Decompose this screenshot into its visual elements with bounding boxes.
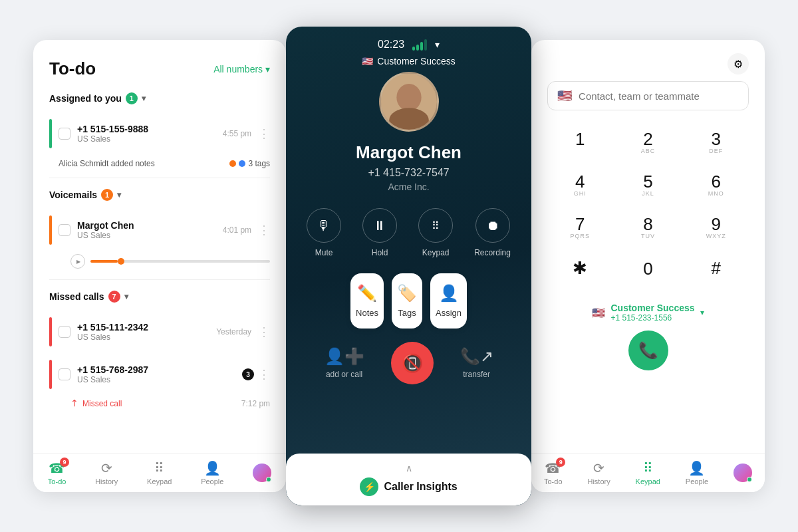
missed-time-1: Yesterday bbox=[216, 327, 251, 336]
key-9[interactable]: 9 WXYZ bbox=[684, 209, 749, 249]
missed-call-item-1[interactable]: +1 515-111-2342 US Sales Yesterday ⋮ bbox=[49, 311, 270, 353]
active-number-chevron-icon[interactable]: ▾ bbox=[700, 308, 704, 317]
key-5[interactable]: 5 JKL bbox=[615, 166, 680, 206]
tags-button[interactable]: 🏷️ Tags bbox=[392, 273, 422, 329]
key-hash[interactable]: # bbox=[684, 251, 749, 295]
voicemail-name: Margot Chen bbox=[77, 220, 216, 231]
call-time: 4:55 pm bbox=[223, 129, 251, 138]
call-checkbox[interactable] bbox=[59, 128, 70, 140]
note-row: Alicia Schmidt added notes 3 tags bbox=[49, 155, 270, 175]
right-nav-keypad[interactable]: ⠿ Keypad bbox=[636, 460, 660, 485]
add-call-icon: 👤➕ bbox=[325, 347, 364, 366]
key-6[interactable]: 6 MNO bbox=[684, 166, 749, 206]
voicemail-checkbox[interactable] bbox=[59, 224, 70, 236]
mute-button[interactable]: 🎙 Mute bbox=[307, 208, 341, 257]
voicemail-player bbox=[49, 251, 270, 277]
key-7[interactable]: 7 PQRS bbox=[547, 209, 612, 249]
action-row: ✏️ Notes 🏷️ Tags 👤 Assign bbox=[340, 273, 477, 329]
right-bottom-nav: ☎ 9 To-do ⟳ History ⠿ Keypad 👤 People bbox=[531, 453, 765, 492]
progress-bar[interactable] bbox=[90, 260, 270, 263]
chevron-down-icon: ▾ bbox=[265, 64, 270, 74]
caller-insights-panel[interactable]: ∧ ⚡ Caller Insights bbox=[286, 454, 531, 505]
active-number-flag: 🇺🇸 bbox=[592, 307, 605, 319]
key-2[interactable]: 2 ABC bbox=[615, 124, 680, 164]
hold-label: Hold bbox=[372, 248, 388, 257]
recording-button[interactable]: ⏺ Recording bbox=[474, 208, 511, 257]
nav-people[interactable]: 👤 People bbox=[201, 460, 223, 485]
assigned-call-item[interactable]: +1 515-155-9888 US Sales 4:55 pm ⋮ bbox=[49, 112, 270, 155]
insights-icon: ⚡ bbox=[360, 477, 378, 496]
key-1[interactable]: 1 bbox=[547, 124, 612, 164]
call-number: +1 515-155-9888 bbox=[77, 124, 216, 134]
keypad-panel: ⚙ 🇺🇸 1 2 ABC 3 DEF 4 GHI bbox=[531, 40, 765, 492]
right-nav-avatar[interactable] bbox=[733, 464, 752, 482]
voicemail-team: US Sales bbox=[77, 231, 216, 240]
history-nav-label: History bbox=[95, 477, 118, 485]
right-avatar-dot bbox=[747, 477, 752, 482]
play-button[interactable] bbox=[70, 254, 85, 269]
end-call-button[interactable]: 📵 bbox=[391, 342, 434, 384]
missed-options-2-icon[interactable]: ⋮ bbox=[258, 367, 270, 382]
insights-chevron-icon: ∧ bbox=[406, 463, 412, 473]
call-options-icon[interactable]: ⋮ bbox=[258, 126, 270, 141]
all-numbers-filter[interactable]: All numbers ▾ bbox=[213, 64, 270, 74]
nav-keypad[interactable]: ⠿ Keypad bbox=[147, 460, 172, 485]
missed-section-label: Missed calls 7 ▾ bbox=[49, 291, 270, 303]
assigned-chevron-icon[interactable]: ▾ bbox=[142, 94, 146, 103]
assign-button[interactable]: 👤 Assign bbox=[430, 273, 467, 329]
assigned-badge: 1 bbox=[126, 92, 138, 104]
right-nav-history[interactable]: ⟳ History bbox=[587, 460, 610, 485]
missed-team-1: US Sales bbox=[77, 332, 209, 342]
search-flag-icon: 🇺🇸 bbox=[557, 88, 572, 103]
call-chevron-down-icon[interactable]: ▾ bbox=[435, 39, 440, 50]
missed-call-border-2 bbox=[49, 360, 52, 389]
active-number-row: 🇺🇸 Customer Success +1 515-233-1556 ▾ bbox=[547, 303, 749, 323]
nav-history[interactable]: ⟳ History bbox=[95, 460, 118, 485]
call-button[interactable]: 📞 bbox=[628, 331, 668, 370]
active-number-name: Customer Success bbox=[610, 303, 694, 313]
voicemails-chevron-icon[interactable]: ▾ bbox=[117, 190, 121, 200]
missed-call-item-2[interactable]: +1 515-768-2987 US Sales 3 ⋮ bbox=[49, 353, 270, 396]
add-call-button[interactable]: 👤➕ add or call bbox=[325, 347, 364, 379]
right-nav-todo[interactable]: ☎ 9 To-do bbox=[544, 460, 563, 485]
search-row: 🇺🇸 bbox=[547, 81, 749, 110]
hold-icon: ⏸ bbox=[362, 208, 397, 243]
right-history-icon: ⟳ bbox=[593, 460, 604, 476]
voicemail-item[interactable]: Margot Chen US Sales 4:01 pm ⋮ bbox=[49, 209, 270, 251]
key-0[interactable]: 0 bbox=[615, 251, 680, 295]
people-nav-label: People bbox=[201, 477, 223, 485]
missed-checkbox-1[interactable] bbox=[59, 326, 70, 338]
missed-call-time: 7:12 pm bbox=[241, 399, 270, 408]
hold-button[interactable]: ⏸ Hold bbox=[362, 208, 397, 257]
signal-bars-icon bbox=[412, 39, 427, 51]
progress-fill bbox=[90, 260, 118, 263]
key-3[interactable]: 3 DEF bbox=[684, 124, 749, 164]
key-4[interactable]: 4 GHI bbox=[547, 166, 612, 206]
call-controls: 🎙 Mute ⏸ Hold ⠿ Keypad ⏺ Recording bbox=[307, 208, 511, 257]
call-button-icon: 📞 bbox=[638, 341, 658, 360]
settings-icon[interactable]: ⚙ bbox=[728, 53, 749, 74]
notes-button[interactable]: ✏️ Notes bbox=[350, 273, 384, 329]
key-star[interactable]: ✱ bbox=[547, 251, 612, 295]
voicemail-options-icon[interactable]: ⋮ bbox=[258, 223, 270, 237]
right-people-label: People bbox=[686, 477, 708, 485]
missed-number-1: +1 515-111-2342 bbox=[77, 322, 209, 332]
key-8[interactable]: 8 TUV bbox=[615, 209, 680, 249]
nav-todo[interactable]: ☎ 9 To-do bbox=[48, 460, 66, 485]
keypad-button[interactable]: ⠿ Keypad bbox=[418, 208, 453, 257]
missed-call-indicator: ↙ Missed call 7:12 pm bbox=[49, 396, 270, 409]
todo-nav-label: To-do bbox=[48, 477, 66, 485]
keypad-label: Keypad bbox=[422, 248, 450, 257]
missed-checkbox-2[interactable] bbox=[59, 368, 70, 380]
right-nav-people[interactable]: 👤 People bbox=[686, 460, 708, 485]
mute-icon: 🎙 bbox=[307, 208, 341, 243]
missed-chevron-icon[interactable]: ▾ bbox=[124, 292, 128, 301]
user-avatar bbox=[253, 464, 271, 482]
transfer-button[interactable]: 📞↗ transfer bbox=[460, 347, 493, 379]
insights-label: Caller Insights bbox=[384, 481, 457, 493]
tags-label: Tags bbox=[398, 308, 416, 318]
search-input[interactable] bbox=[579, 90, 739, 102]
missed-options-1-icon[interactable]: ⋮ bbox=[258, 325, 270, 339]
note-text: Alicia Schmidt added notes bbox=[59, 159, 155, 168]
nav-avatar[interactable] bbox=[253, 464, 271, 482]
